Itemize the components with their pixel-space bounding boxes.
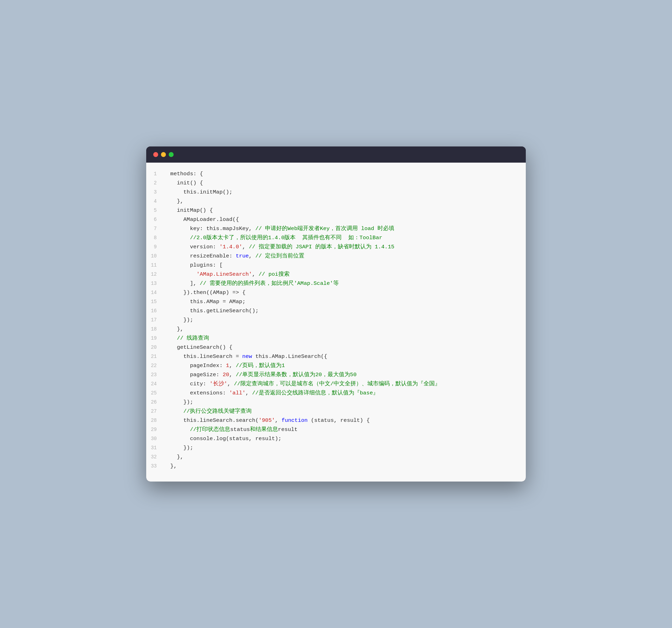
code-line-2: 2 init() {: [146, 179, 526, 188]
token: (status, result) {: [308, 417, 370, 424]
line-content: extensions: 'all', //是否返回公交线路详细信息，默认值为『b…: [164, 389, 515, 398]
token: this.lineSearch =: [164, 353, 242, 360]
line-number: 3: [146, 188, 164, 196]
code-line-11: 11 plugins: [: [146, 261, 526, 270]
code-line-4: 4 },: [146, 197, 526, 206]
code-line-25: 25 extensions: 'all', //是否返回公交线路详细信息，默认值…: [146, 389, 526, 398]
line-content: });: [164, 444, 515, 453]
line-content: AMapLoader.load({: [164, 215, 515, 224]
line-content: 'AMap.LineSearch', // poi搜索: [164, 270, 515, 279]
code-line-15: 15 this.AMap = AMap;: [146, 297, 526, 307]
line-number: 1: [146, 170, 164, 178]
code-line-20: 20 getLineSearch() {: [146, 343, 526, 352]
line-content: },: [164, 325, 515, 334]
token: city:: [164, 381, 209, 387]
line-number: 24: [146, 380, 164, 388]
code-line-9: 9 version: '1.4.0', // 指定要加载的 JSAPI 的版本，…: [146, 243, 526, 252]
token: pageIndex:: [164, 362, 226, 369]
token: methods: {: [164, 171, 203, 177]
token: },: [164, 326, 183, 332]
code-line-32: 32 },: [146, 453, 526, 462]
token: this.AMap.LineSearch({: [252, 353, 327, 360]
line-number: 29: [146, 426, 164, 434]
code-line-18: 18 },: [146, 325, 526, 334]
token: getLineSearch() {: [164, 344, 232, 351]
line-content: resizeEnable: true, // 定位到当前位置: [164, 252, 515, 261]
token: 1: [226, 362, 229, 369]
close-button[interactable]: [153, 152, 158, 157]
line-content: getLineSearch() {: [164, 343, 515, 352]
code-line-24: 24 city: '长沙', //限定查询城市，可以是城市名（中文/中文全拼）、…: [146, 380, 526, 389]
line-content: methods: {: [164, 170, 515, 179]
line-number: 28: [146, 417, 164, 425]
token: result: [278, 426, 298, 433]
token: // 指定要加载的 JSAPI 的版本，缺省时默认为 1.4.15: [249, 244, 394, 250]
line-content: });: [164, 398, 515, 407]
token: // 需要使用的的插件列表，如比例尺'AMap.Scale'等: [200, 280, 339, 287]
token: //执行公交路线关键字查询: [183, 408, 252, 414]
code-line-16: 16 this.getLineSearch();: [146, 307, 526, 316]
maximize-button[interactable]: [169, 152, 174, 157]
token: [164, 235, 190, 241]
line-content: plugins: [: [164, 261, 515, 270]
line-number: 7: [146, 225, 164, 233]
code-line-29: 29 //打印状态信息status和结果信息result: [146, 425, 526, 434]
code-editor: 1 methods: {2 init() {3 this.initMap();4…: [146, 163, 526, 482]
line-number: 20: [146, 344, 164, 352]
line-number: 18: [146, 325, 164, 333]
token: // poi搜索: [259, 271, 290, 277]
line-number: 16: [146, 307, 164, 315]
token: [164, 426, 190, 433]
token: pageSize:: [164, 372, 222, 378]
token: 'AMap.LineSearch': [196, 271, 252, 277]
token: },: [164, 454, 183, 460]
token: //打印状态信息: [190, 426, 230, 433]
line-content: });: [164, 316, 515, 325]
line-number: 31: [146, 444, 164, 452]
token: //页码，默认值为1: [236, 362, 285, 369]
token: });: [164, 399, 193, 405]
token: new: [242, 353, 252, 360]
line-content: this.lineSearch.search('905', function (…: [164, 416, 515, 425]
token: function: [282, 417, 308, 424]
token: 'all': [229, 390, 246, 396]
line-number: 19: [146, 334, 164, 342]
line-content: pageIndex: 1, //页码，默认值为1: [164, 361, 515, 371]
code-line-23: 23 pageSize: 20, //单页显示结果条数，默认值为20，最大值为5…: [146, 371, 526, 380]
token: initMap() {: [164, 207, 213, 214]
token: ,: [252, 271, 259, 277]
token: resizeEnable:: [164, 253, 236, 259]
token: plugins: [: [164, 262, 222, 268]
line-content: },: [164, 197, 515, 206]
token: '905': [259, 417, 275, 424]
line-content: //执行公交路线关键字查询: [164, 407, 515, 416]
line-content: },: [164, 453, 515, 462]
code-line-7: 7 key: this.mapJsKey, // 申请好的Web端开发者Key，…: [146, 224, 526, 234]
line-content: console.log(status, result);: [164, 434, 515, 444]
minimize-button[interactable]: [161, 152, 166, 157]
token: // 定位到当前位置: [255, 253, 304, 259]
line-number: 10: [146, 252, 164, 260]
token: status: [230, 426, 250, 433]
code-line-10: 10 resizeEnable: true, // 定位到当前位置: [146, 252, 526, 261]
line-content: this.AMap = AMap;: [164, 297, 515, 307]
token: ,: [229, 362, 236, 369]
token: init() {: [164, 180, 203, 186]
code-line-3: 3 this.initMap();: [146, 188, 526, 197]
line-content: key: this.mapJsKey, // 申请好的Web端开发者Key，首次…: [164, 224, 515, 234]
line-number: 12: [146, 270, 164, 279]
line-number: 32: [146, 453, 164, 461]
code-line-26: 26 });: [146, 398, 526, 407]
line-content: version: '1.4.0', // 指定要加载的 JSAPI 的版本，缺省…: [164, 243, 515, 252]
line-content: this.lineSearch = new this.AMap.LineSear…: [164, 352, 515, 361]
line-content: init() {: [164, 179, 515, 188]
code-line-1: 1 methods: {: [146, 170, 526, 179]
line-number: 27: [146, 407, 164, 416]
code-line-21: 21 this.lineSearch = new this.AMap.LineS…: [146, 352, 526, 361]
code-line-12: 12 'AMap.LineSearch', // poi搜索: [146, 270, 526, 279]
token: //限定查询城市，可以是城市名（中文/中文全拼）、城市编码，默认值为『全国』: [234, 381, 440, 387]
code-line-28: 28 this.lineSearch.search('905', functio…: [146, 416, 526, 425]
line-content: city: '长沙', //限定查询城市，可以是城市名（中文/中文全拼）、城市编…: [164, 380, 515, 389]
token: ,: [242, 244, 249, 250]
token: ],: [164, 280, 200, 287]
